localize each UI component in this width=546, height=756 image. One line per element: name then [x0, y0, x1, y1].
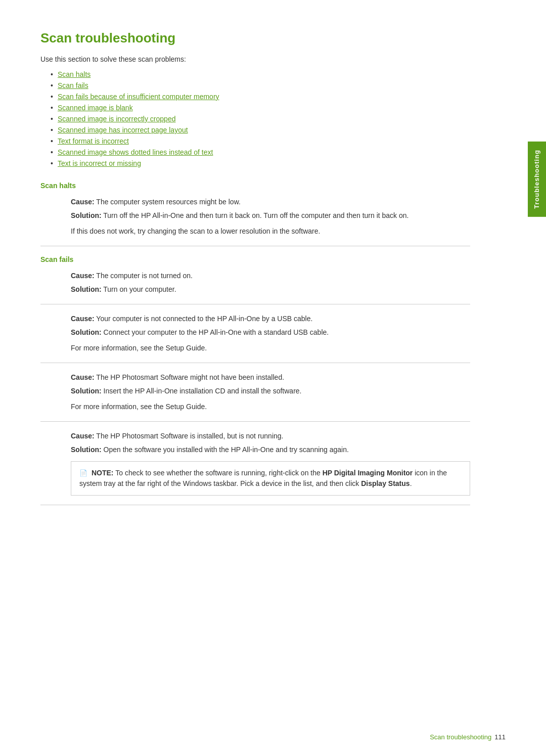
solution-label-f4: Solution:	[71, 446, 102, 454]
cause-label-f1: Cause:	[71, 272, 95, 280]
footer-page: 111	[494, 733, 506, 741]
side-tab: Troubleshooting	[528, 142, 546, 217]
section-heading-scan-fails: Scan fails	[40, 255, 470, 263]
list-item-7[interactable]: Text format is incorrect	[51, 137, 470, 145]
cause-fails-3-text: The HP Photosmart Software might not hav…	[96, 373, 284, 381]
list-item-2[interactable]: Scan fails	[51, 81, 470, 90]
fails-block-1: Cause: The computer is not turned on. So…	[40, 271, 470, 295]
cause-fails-2: Cause: Your computer is not connected to…	[71, 314, 470, 324]
cause-fails-1-text: The computer is not turned on.	[96, 272, 193, 280]
cause-label-f2: Cause:	[71, 315, 95, 323]
solution-fails-2-text: Connect your computer to the HP All-in-O…	[104, 328, 329, 336]
section-scan-halts: Scan halts Cause: The computer system re…	[40, 182, 470, 237]
link-text-format[interactable]: Text format is incorrect	[58, 137, 129, 145]
link-scanned-page-layout[interactable]: Scanned image has incorrect page layout	[58, 126, 188, 134]
intro-text: Use this section to solve these scan pro…	[40, 55, 470, 63]
cause-fails-4: Cause: The HP Photosmart Software is ins…	[71, 431, 470, 441]
bullet-list: Scan halts Scan fails Scan fails because…	[40, 70, 470, 167]
note-bold-1: HP Digital Imaging Monitor	[323, 469, 413, 477]
list-item-8[interactable]: Scanned image shows dotted lines instead…	[51, 148, 470, 156]
solution-1-halt-text: Turn off the HP All-in-One and then turn…	[103, 211, 408, 219]
cause-fails-2-text: Your computer is not connected to the HP…	[96, 315, 312, 323]
list-item-6[interactable]: Scanned image has incorrect page layout	[51, 126, 470, 134]
cause-fails-3: Cause: The HP Photosmart Software might …	[71, 372, 470, 383]
fails-block-3: Cause: The HP Photosmart Software might …	[40, 372, 470, 412]
link-scanned-cropped[interactable]: Scanned image is incorrectly cropped	[58, 115, 175, 123]
link-scan-halts[interactable]: Scan halts	[58, 70, 90, 78]
cause-1-halt-text: The computer system resources might be l…	[96, 198, 241, 206]
note-label: NOTE:	[92, 469, 115, 477]
fails-block-1-inner: Cause: The computer is not turned on. So…	[40, 271, 470, 295]
extra-fails-3: For more information, see the Setup Guid…	[40, 402, 470, 412]
link-scan-fails-memory[interactable]: Scan fails because of insufficient compu…	[58, 93, 219, 101]
list-item-3[interactable]: Scan fails because of insufficient compu…	[51, 93, 470, 101]
cause-fails-4-text: The HP Photosmart Software is installed,…	[96, 432, 283, 440]
link-scanned-dotted[interactable]: Scanned image shows dotted lines instead…	[58, 148, 213, 156]
solution-fails-3-text: Insert the HP All-in-One installation CD…	[104, 387, 302, 395]
solution-fails-4-text: Open the software you installed with the…	[104, 446, 349, 454]
link-text-incorrect[interactable]: Text is incorrect or missing	[58, 159, 141, 167]
cause-1-halt: Cause: The computer system resources mig…	[71, 197, 470, 207]
fails-block-2: Cause: Your computer is not connected to…	[40, 314, 470, 353]
list-item-4[interactable]: Scanned image is blank	[51, 104, 470, 112]
note-text-3: .	[410, 479, 412, 487]
solution-fails-4: Solution: Open the software you installe…	[71, 444, 470, 455]
section-heading-scan-halts: Scan halts	[40, 182, 470, 190]
cause-label: Cause:	[71, 198, 95, 206]
solution-fails-2: Solution: Connect your computer to the H…	[71, 327, 470, 338]
solution-label: Solution:	[71, 211, 102, 219]
cause-label-f3: Cause:	[71, 373, 95, 381]
solution-fails-1-text: Turn on your computer.	[103, 285, 176, 293]
link-scan-fails[interactable]: Scan fails	[58, 81, 88, 90]
divider-4	[40, 421, 470, 422]
divider-5	[40, 505, 470, 505]
solution-1-halt: Solution: Turn off the HP All-in-One and…	[71, 210, 470, 221]
note-icon: 📄	[79, 468, 87, 478]
solution-label-f2: Solution:	[71, 328, 102, 336]
list-item-1[interactable]: Scan halts	[51, 70, 470, 78]
fails-block-4-inner: Cause: The HP Photosmart Software is ins…	[40, 431, 470, 455]
divider-1	[40, 246, 470, 246]
footer: Scan troubleshooting 111	[0, 733, 546, 741]
divider-3	[40, 363, 470, 363]
page-title: Scan troubleshooting	[40, 30, 470, 46]
note-bold-2: Display Status	[361, 479, 410, 487]
extra-halt-1: If this does not work, try changing the …	[40, 226, 470, 237]
cause-fails-1: Cause: The computer is not turned on.	[71, 271, 470, 281]
extra-fails-2: For more information, see the Setup Guid…	[40, 343, 470, 353]
list-item-5[interactable]: Scanned image is incorrectly cropped	[51, 115, 470, 123]
section-scan-fails: Scan fails Cause: The computer is not tu…	[40, 255, 470, 496]
note-text-1: To check to see whether the software is …	[115, 469, 322, 477]
fails-block-2-inner: Cause: Your computer is not connected to…	[40, 314, 470, 338]
solution-label-f1: Solution:	[71, 285, 102, 293]
cause-label-f4: Cause:	[71, 432, 95, 440]
note-box-1: 📄 NOTE: To check to see whether the soft…	[71, 461, 470, 496]
list-item-9[interactable]: Text is incorrect or missing	[51, 159, 470, 167]
divider-2	[40, 304, 470, 304]
block-halt-1: Cause: The computer system resources mig…	[40, 197, 470, 221]
fails-block-3-inner: Cause: The HP Photosmart Software might …	[40, 372, 470, 396]
solution-label-f3: Solution:	[71, 387, 102, 395]
footer-section: Scan troubleshooting	[430, 733, 491, 741]
link-scanned-blank[interactable]: Scanned image is blank	[58, 104, 133, 112]
solution-fails-3: Solution: Insert the HP All-in-One insta…	[71, 386, 470, 396]
solution-fails-1: Solution: Turn on your computer.	[71, 284, 470, 295]
fails-block-4: Cause: The HP Photosmart Software is ins…	[40, 431, 470, 496]
